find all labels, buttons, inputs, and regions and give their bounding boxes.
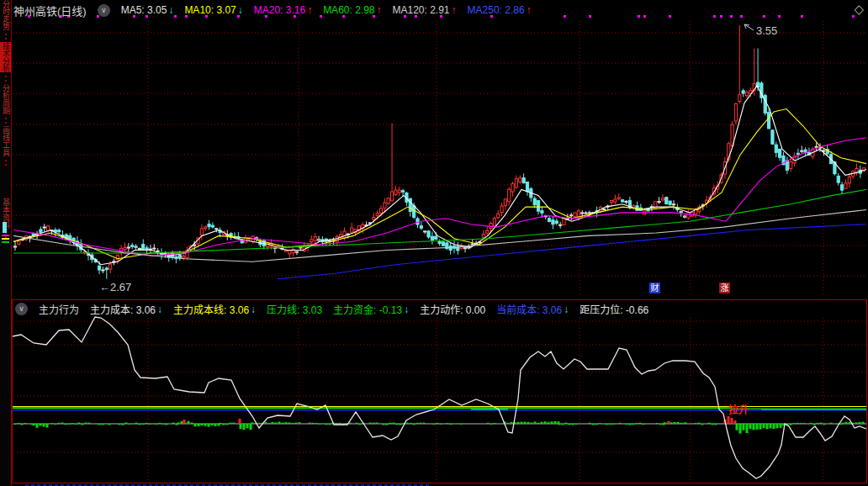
ma-legend-item-1: MA5: 3.05↓ [121,4,174,16]
sidebar-item-4[interactable]: 画线工具 [0,126,11,156]
metric-item-2: 主力成本线: 3.06↓ [173,302,256,316]
left-toolbar: 分时走势技术分析分析周期画线工具基本资料 [0,0,11,486]
arrow-down-icon: ↓ [238,4,243,16]
event-badge-2[interactable]: 涨 [719,283,730,293]
sidebar-item-3[interactable]: 分析周期 [0,84,11,114]
metric-item-7: 距压力位: -0.66 [580,302,648,316]
arrow-up-icon: ↑ [452,4,457,16]
arrow-down-icon: ↓ [404,304,409,315]
arrow-up-icon: ↑ [307,4,312,16]
arrow-up-icon: ↑ [527,4,532,16]
metric-item-6: 当前成本: 3.06↓ [496,302,569,316]
ma-legend-item-6: MA250: 2.86↑ [468,4,532,16]
ma-legend-item-2: MA10: 3.07↓ [184,4,242,16]
mini-chart-icon [2,220,9,246]
ma-legend: MA5: 3.05↓MA10: 3.07↓MA20: 3.16↑MA60: 2.… [121,4,532,16]
sidebar-separator-dots [0,30,11,42]
sidebar-item-2[interactable]: 技术分析 [0,42,11,72]
chevron-down-icon[interactable]: ∨ [15,303,28,315]
svg-text:←2.67: ←2.67 [99,281,131,293]
arrow-up-icon: ↑ [377,4,382,16]
indicator-title: 主力行为 [39,302,79,316]
metric-item-4: 主力资金: -0.13↓ [333,302,409,316]
chevron-down-icon[interactable]: ∨ [98,4,110,17]
sidebar-separator-dots [0,72,11,84]
sidebar-divider [11,0,12,486]
stock-title: 神州高铁(日线) [13,3,87,18]
sidebar-item-1[interactable]: 分时走势 [0,0,11,30]
arrow-down-icon: ↓ [157,304,162,315]
app-window: { "window": { "app": "stock-terminal", "… [0,0,868,486]
event-badge-1[interactable]: 财 [649,283,660,293]
arrow-down-icon: ↓ [168,4,173,16]
arrow-down-icon: ↓ [564,304,569,315]
metric-item-3: 压力线: 3.03 [267,302,322,316]
subpanel-border [12,299,867,483]
metric-item-5: 主力动作: 0.00 [420,302,485,316]
ma-legend-item-5: MA120: 2.91↑ [393,4,457,16]
sidebar-separator-dots [0,114,11,126]
main-chart-header: 神州高铁(日线) ∨ MA5: 3.05↓MA10: 3.07↓MA20: 3.… [13,1,868,19]
sidebar-separator-dots [0,156,11,168]
ma-legend-item-4: MA60: 2.98↑ [323,4,381,16]
ma-legend-item-3: MA20: 3.16↑ [254,4,312,16]
arrow-down-icon: ↓ [251,304,256,315]
diamond-icon[interactable]: ◇ [854,2,864,17]
subpanel-header: ∨ 主力行为 主力成本: 3.06↓主力成本线: 3.06↓压力线: 3.03主… [15,301,868,317]
svg-text:3.55: 3.55 [756,24,777,37]
metric-item-1: 主力成本: 3.06↓ [90,302,162,316]
indicator-metrics: 主力成本: 3.06↓主力成本线: 3.06↓压力线: 3.03主力资金: -0… [90,302,648,316]
pullup-signal-label: 拉升 [728,402,749,416]
